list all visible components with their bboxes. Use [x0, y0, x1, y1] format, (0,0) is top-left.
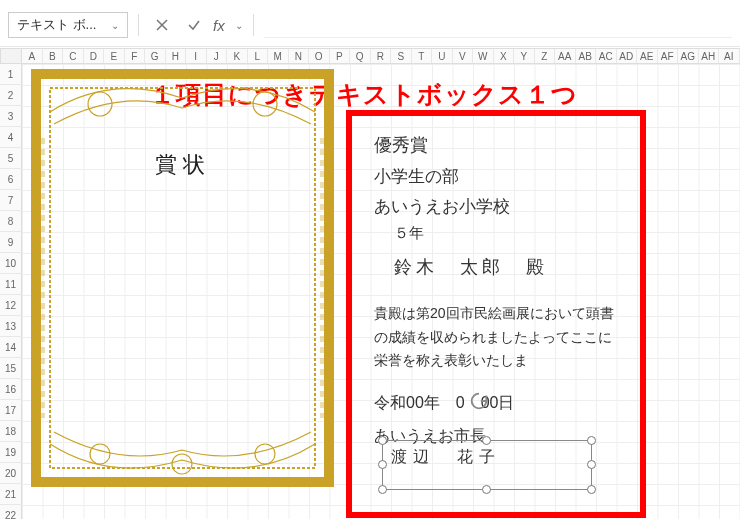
row-header[interactable]: 1 — [0, 64, 22, 85]
textbox-signer: 渡辺 花子 — [391, 445, 501, 470]
textbox-grade[interactable]: ５年 — [374, 221, 624, 244]
resize-handle-middle-left[interactable] — [378, 460, 387, 469]
chevron-down-icon[interactable]: ⌄ — [111, 20, 119, 31]
row-header[interactable]: 17 — [0, 400, 22, 421]
column-header[interactable]: I — [186, 49, 207, 63]
column-header[interactable]: J — [207, 49, 228, 63]
column-header[interactable]: AD — [617, 49, 638, 63]
name-box-text: テキスト ボ... — [17, 16, 96, 34]
annotation-box: 優秀賞 小学生の部 あいうえお小学校 ５年 鈴木 太郎 殿 貴殿は第20回市民絵… — [346, 110, 646, 518]
divider — [253, 14, 254, 36]
chevron-down-icon[interactable]: ⌄ — [235, 20, 243, 31]
worksheet[interactable]: ABCDEFGHIJKLMNOPQRSTUVWXYZAAABACADAEAFAG… — [0, 48, 740, 519]
textbox-prize[interactable]: 優秀賞 — [374, 132, 624, 160]
row-header[interactable]: 10 — [0, 253, 22, 274]
svg-point-6 — [255, 444, 275, 464]
column-header[interactable]: S — [391, 49, 412, 63]
row-header[interactable]: 13 — [0, 316, 22, 337]
row-header[interactable]: 15 — [0, 358, 22, 379]
formula-input[interactable] — [264, 12, 732, 38]
name-box[interactable]: テキスト ボ... ⌄ — [8, 12, 128, 38]
row-header[interactable]: 20 — [0, 463, 22, 484]
column-header[interactable]: O — [309, 49, 330, 63]
textbox-school[interactable]: あいうえお小学校 — [374, 194, 624, 220]
row-headers: 12345678910111213141516171819202122 — [0, 64, 22, 519]
formula-bar-toolbar: テキスト ボ... ⌄ fx ⌄ — [0, 6, 740, 44]
column-header[interactable]: AG — [678, 49, 699, 63]
column-header[interactable]: N — [289, 49, 310, 63]
column-header[interactable]: AA — [555, 49, 576, 63]
selected-textbox[interactable]: 渡辺 花子 — [382, 440, 592, 490]
row-header[interactable]: 5 — [0, 148, 22, 169]
column-header[interactable]: AB — [576, 49, 597, 63]
row-header[interactable]: 19 — [0, 442, 22, 463]
textbox-stack: 優秀賞 小学生の部 あいうえお小学校 ５年 鈴木 太郎 殿 貴殿は第20回市民絵… — [374, 132, 624, 496]
column-header[interactable]: A — [22, 49, 43, 63]
column-header[interactable]: Z — [535, 49, 556, 63]
column-header[interactable]: F — [125, 49, 146, 63]
column-header[interactable]: AE — [637, 49, 658, 63]
textbox-name[interactable]: 鈴木 太郎 殿 — [374, 254, 624, 282]
column-header[interactable]: E — [104, 49, 125, 63]
svg-point-4 — [90, 444, 110, 464]
column-header[interactable]: R — [371, 49, 392, 63]
enter-formula-button[interactable] — [181, 12, 207, 38]
row-header[interactable]: 18 — [0, 421, 22, 442]
certificate-title: 賞状 — [30, 150, 335, 180]
resize-handle-top-middle[interactable] — [482, 436, 491, 445]
column-header[interactable]: H — [166, 49, 187, 63]
resize-handle-middle-right[interactable] — [587, 460, 596, 469]
svg-point-5 — [172, 454, 192, 474]
column-header[interactable]: T — [412, 49, 433, 63]
resize-handle-bottom-left[interactable] — [378, 485, 387, 494]
row-header[interactable]: 6 — [0, 169, 22, 190]
row-header[interactable]: 9 — [0, 232, 22, 253]
column-header[interactable]: B — [43, 49, 64, 63]
resize-handle-top-left[interactable] — [378, 436, 387, 445]
row-header[interactable]: 12 — [0, 295, 22, 316]
column-header[interactable]: K — [227, 49, 248, 63]
row-header[interactable]: 3 — [0, 106, 22, 127]
cancel-formula-button[interactable] — [149, 12, 175, 38]
column-header[interactable]: D — [84, 49, 105, 63]
column-header[interactable]: V — [453, 49, 474, 63]
column-header[interactable]: AH — [699, 49, 720, 63]
column-header[interactable]: Y — [514, 49, 535, 63]
resize-handle-top-right[interactable] — [587, 436, 596, 445]
column-header[interactable]: W — [473, 49, 494, 63]
row-header[interactable]: 21 — [0, 484, 22, 505]
column-header[interactable]: X — [494, 49, 515, 63]
fx-icon[interactable]: fx — [213, 17, 229, 34]
refresh-icon — [468, 390, 490, 412]
textbox-date[interactable]: 令和00年 0 00日 — [374, 391, 624, 416]
select-all-corner[interactable] — [0, 48, 22, 64]
column-header[interactable]: U — [432, 49, 453, 63]
resize-handle-bottom-middle[interactable] — [482, 485, 491, 494]
row-header[interactable]: 4 — [0, 127, 22, 148]
check-icon — [186, 17, 202, 33]
column-header[interactable]: Q — [350, 49, 371, 63]
column-header[interactable]: AI — [719, 49, 740, 63]
svg-rect-1 — [50, 88, 315, 468]
column-header[interactable]: P — [330, 49, 351, 63]
certificate-frame: 賞状 — [30, 68, 335, 488]
row-header[interactable]: 11 — [0, 274, 22, 295]
resize-handle-bottom-right[interactable] — [587, 485, 596, 494]
row-header[interactable]: 8 — [0, 211, 22, 232]
close-icon — [154, 17, 170, 33]
column-header[interactable]: C — [63, 49, 84, 63]
row-header[interactable]: 7 — [0, 190, 22, 211]
column-header[interactable]: AF — [658, 49, 679, 63]
textbox-body[interactable]: 貴殿は第20回市民絵画展において頭書の成績を収められましたよってここに栄誉を称え… — [374, 302, 624, 373]
row-header[interactable]: 16 — [0, 379, 22, 400]
row-header[interactable]: 2 — [0, 85, 22, 106]
column-header[interactable]: M — [268, 49, 289, 63]
column-header[interactable]: AC — [596, 49, 617, 63]
divider — [138, 14, 139, 36]
textbox-division[interactable]: 小学生の部 — [374, 164, 624, 190]
column-header[interactable]: L — [248, 49, 269, 63]
column-header[interactable]: G — [145, 49, 166, 63]
row-header[interactable]: 22 — [0, 505, 22, 519]
divider — [0, 46, 740, 47]
row-header[interactable]: 14 — [0, 337, 22, 358]
